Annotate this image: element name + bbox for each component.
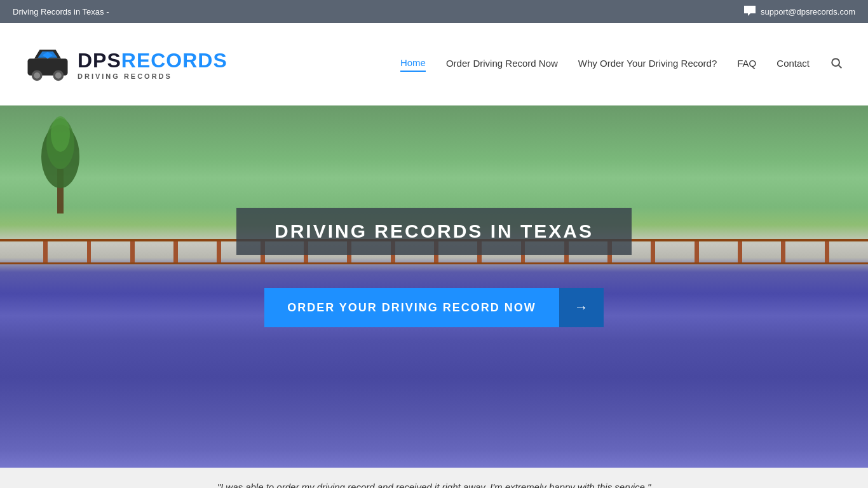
nav-faq[interactable]: FAQ [737, 58, 756, 71]
search-icon[interactable] [830, 57, 843, 72]
hero-background [0, 105, 868, 468]
logo-text: DPSRECORDS DRIVING RECORDS [78, 49, 227, 80]
nav-contact[interactable]: Contact [776, 58, 810, 71]
logo-car-icon [25, 45, 70, 83]
svg-point-2 [34, 72, 40, 79]
logo-dps: DPS [78, 49, 121, 72]
svg-point-5 [832, 58, 839, 66]
hero-title-box: DRIVING RECORDS IN TEXAS [236, 208, 632, 255]
svg-line-6 [839, 65, 842, 68]
nav-why[interactable]: Why Order Your Driving Record? [578, 58, 717, 71]
order-cta-button[interactable]: ORDER YOUR DRIVING RECORD NOW [264, 288, 559, 327]
chat-bubble-icon [744, 6, 756, 18]
tree-decoration [35, 112, 86, 214]
logo-brand: DPSRECORDS [78, 49, 227, 72]
logo-records-highlight: RECORDS [121, 49, 227, 72]
logo-sub: DRIVING RECORDS [78, 72, 227, 80]
site-title-text: Driving Records in Texas - [13, 7, 109, 17]
hero-title: DRIVING RECORDS IN TEXAS [275, 220, 593, 242]
testimonial-text: "I was able to order my driving record a… [217, 482, 651, 489]
logo-area: DPSRECORDS DRIVING RECORDS [25, 45, 227, 83]
svg-point-10 [51, 116, 70, 152]
nav-order[interactable]: Order Driving Record Now [446, 58, 558, 71]
support-email[interactable]: support@dpsrecords.com [761, 7, 855, 17]
hero-section: DRIVING RECORDS IN TEXAS ORDER YOUR DRIV… [0, 105, 868, 468]
main-nav: Home Order Driving Record Now Why Order … [400, 57, 843, 72]
header: DPSRECORDS DRIVING RECORDS Home Order Dr… [0, 23, 868, 105]
nav-home[interactable]: Home [400, 57, 426, 72]
top-bar-left: Driving Records in Texas - [13, 7, 109, 17]
hero-cta[interactable]: ORDER YOUR DRIVING RECORD NOW → [264, 288, 604, 327]
top-bar: Driving Records in Texas - support@dpsre… [0, 0, 868, 23]
top-bar-right: support@dpsrecords.com [744, 6, 855, 18]
svg-point-4 [55, 72, 62, 79]
testimonial-bar: "I was able to order my driving record a… [0, 468, 868, 488]
cta-arrow[interactable]: → [559, 288, 604, 327]
